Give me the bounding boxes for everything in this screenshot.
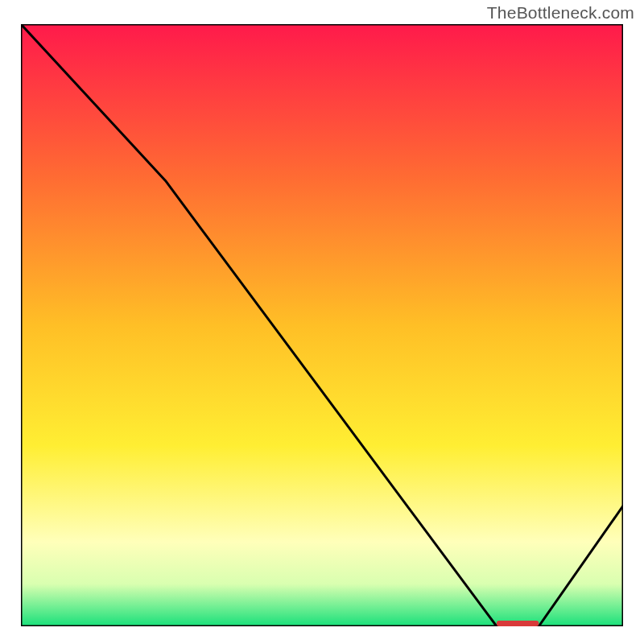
chart-plot-area bbox=[21, 24, 623, 626]
chart-background bbox=[21, 24, 623, 626]
chart-container: TheBottleneck.com bbox=[0, 0, 644, 644]
watermark-text: TheBottleneck.com bbox=[487, 3, 634, 23]
chart-min-marker bbox=[497, 621, 539, 626]
chart-svg bbox=[21, 24, 623, 626]
